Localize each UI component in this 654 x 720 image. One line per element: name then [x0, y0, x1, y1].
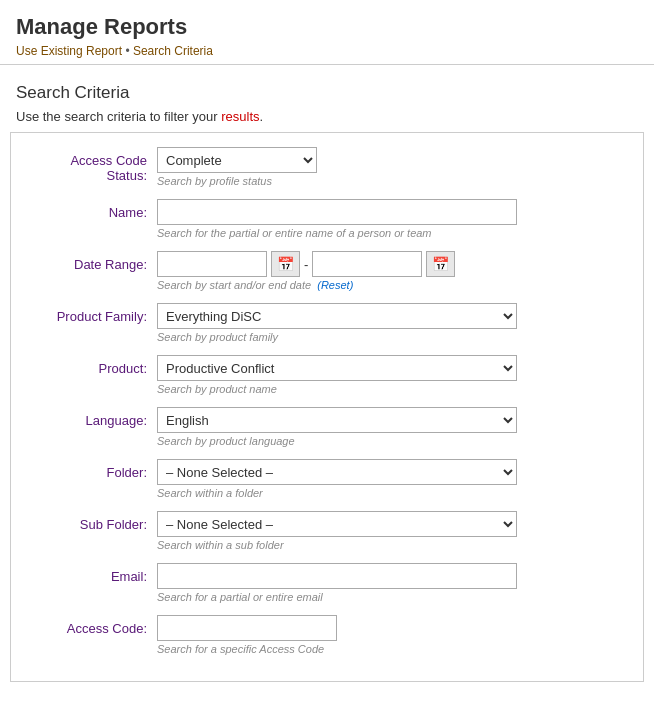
breadcrumb-link-existing[interactable]: Use Existing Report: [16, 44, 122, 58]
page-header: Manage Reports Use Existing Report • Sea…: [0, 0, 654, 65]
product-family-field: Everything DiSC Five Behaviors Search by…: [157, 303, 627, 351]
product-row: Product: Productive Conflict Workplace M…: [27, 355, 627, 403]
date-range-row: Date Range: 📅 - 📅 Search by start and/or…: [27, 251, 627, 299]
email-row: Email: Search for a partial or entire em…: [27, 563, 627, 611]
product-field: Productive Conflict Workplace Management…: [157, 355, 627, 403]
access-code-hint: Search for a specific Access Code: [157, 643, 627, 655]
subfolder-row: Sub Folder: – None Selected – Search wit…: [27, 511, 627, 559]
name-field: Search for the partial or entire name of…: [157, 199, 627, 247]
language-field: English Spanish French Search by product…: [157, 407, 627, 455]
access-code-status-row: Access Code Status: Complete Incomplete …: [27, 147, 627, 195]
date-end-input[interactable]: [312, 251, 422, 277]
name-label: Name:: [27, 199, 157, 220]
access-code-input[interactable]: [157, 615, 337, 641]
name-row: Name: Search for the partial or entire n…: [27, 199, 627, 247]
subfolder-label: Sub Folder:: [27, 511, 157, 532]
product-family-select[interactable]: Everything DiSC Five Behaviors: [157, 303, 517, 329]
access-code-status-select[interactable]: Complete Incomplete All: [157, 147, 317, 173]
date-range-hint: Search by start and/or end date (Reset): [157, 279, 627, 291]
access-code-status-label: Access Code Status:: [27, 147, 157, 183]
date-range-label: Date Range:: [27, 251, 157, 272]
search-criteria-form: Access Code Status: Complete Incomplete …: [10, 132, 644, 682]
email-input[interactable]: [157, 563, 517, 589]
calendar-end-icon: 📅: [432, 256, 449, 272]
date-reset-link[interactable]: (Reset): [317, 279, 353, 291]
product-family-row: Product Family: Everything DiSC Five Beh…: [27, 303, 627, 351]
subfolder-hint: Search within a sub folder: [157, 539, 627, 551]
product-family-label: Product Family:: [27, 303, 157, 324]
date-range-field: 📅 - 📅 Search by start and/or end date (R…: [157, 251, 627, 299]
breadcrumb-link-search[interactable]: Search Criteria: [133, 44, 213, 58]
language-label: Language:: [27, 407, 157, 428]
access-code-status-hint: Search by profile status: [157, 175, 627, 187]
date-range-inputs: 📅 - 📅: [157, 251, 627, 277]
access-code-row: Access Code: Search for a specific Acces…: [27, 615, 627, 663]
language-hint: Search by product language: [157, 435, 627, 447]
email-hint: Search for a partial or entire email: [157, 591, 627, 603]
date-end-calendar-button[interactable]: 📅: [426, 251, 455, 277]
date-start-calendar-button[interactable]: 📅: [271, 251, 300, 277]
language-select[interactable]: English Spanish French: [157, 407, 517, 433]
access-code-field: Search for a specific Access Code: [157, 615, 627, 663]
access-code-status-field: Complete Incomplete All Search by profil…: [157, 147, 627, 195]
folder-field: – None Selected – Search within a folder: [157, 459, 627, 507]
folder-label: Folder:: [27, 459, 157, 480]
folder-select[interactable]: – None Selected –: [157, 459, 517, 485]
page-title: Manage Reports: [16, 14, 638, 40]
section-title: Search Criteria: [0, 75, 654, 107]
language-row: Language: English Spanish French Search …: [27, 407, 627, 455]
name-input[interactable]: [157, 199, 517, 225]
subfolder-select[interactable]: – None Selected –: [157, 511, 517, 537]
subfolder-field: – None Selected – Search within a sub fo…: [157, 511, 627, 559]
section-description: Use the search criteria to filter your r…: [0, 107, 654, 132]
date-start-input[interactable]: [157, 251, 267, 277]
email-label: Email:: [27, 563, 157, 584]
access-code-label: Access Code:: [27, 615, 157, 636]
folder-hint: Search within a folder: [157, 487, 627, 499]
product-label: Product:: [27, 355, 157, 376]
product-select[interactable]: Productive Conflict Workplace Management…: [157, 355, 517, 381]
calendar-start-icon: 📅: [277, 256, 294, 272]
product-hint: Search by product name: [157, 383, 627, 395]
email-field: Search for a partial or entire email: [157, 563, 627, 611]
name-hint: Search for the partial or entire name of…: [157, 227, 627, 239]
breadcrumb: Use Existing Report • Search Criteria: [16, 44, 638, 58]
folder-row: Folder: – None Selected – Search within …: [27, 459, 627, 507]
product-family-hint: Search by product family: [157, 331, 627, 343]
